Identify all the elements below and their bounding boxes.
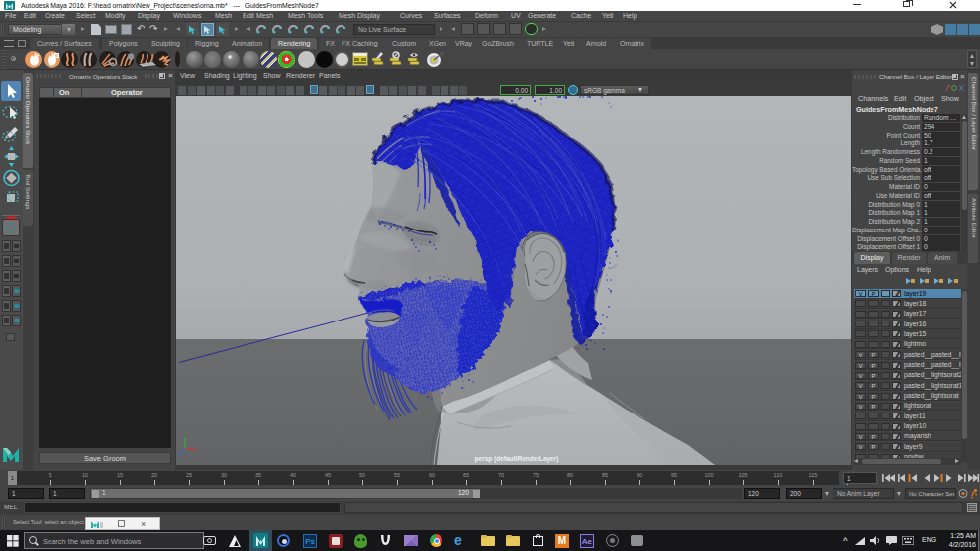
svg-text:persp (defaultRenderLayer): persp (defaultRenderLayer) — [475, 455, 559, 463]
